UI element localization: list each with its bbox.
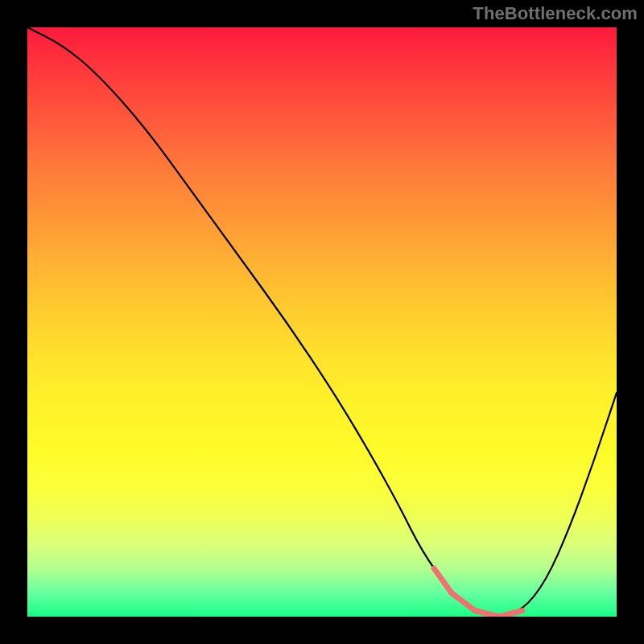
watermark-text: TheBottleneck.com bbox=[473, 3, 638, 24]
bottleneck-curve bbox=[27, 27, 617, 615]
curve-layer bbox=[27, 27, 617, 617]
chart-frame: TheBottleneck.com bbox=[0, 0, 644, 644]
bottleneck-min-highlight bbox=[434, 568, 522, 617]
